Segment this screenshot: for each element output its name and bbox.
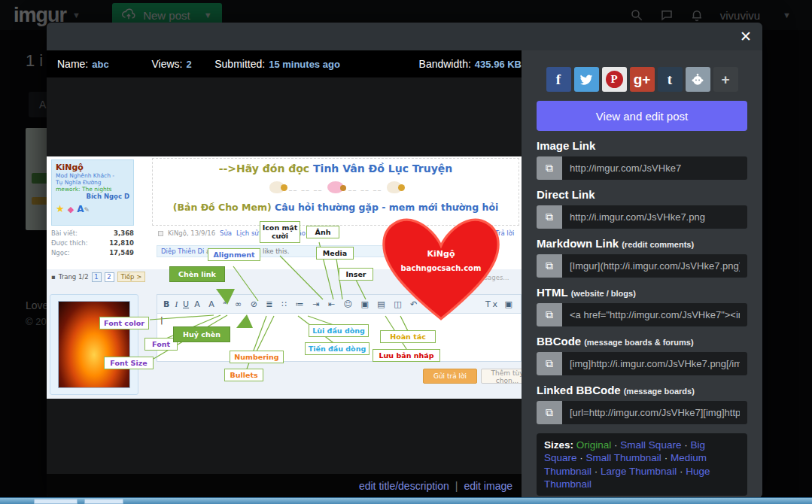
copy-icon[interactable]: ⧉ bbox=[537, 254, 562, 278]
bandwidth-stat: Bandwidth:435.96 KB bbox=[419, 58, 522, 70]
copy-icon[interactable]: ⧉ bbox=[537, 401, 562, 424]
bird-emoticon bbox=[387, 181, 402, 193]
annotation-numbering: Numbering bbox=[230, 351, 284, 363]
page-indicator: Trang 1/2 bbox=[59, 273, 89, 281]
page: imgur ▼ New post ▼ vivuvivu ▼ 1 i A Love… bbox=[0, 0, 812, 504]
checkbox-icon bbox=[158, 231, 163, 236]
edit-image-link[interactable]: edit image bbox=[464, 480, 512, 492]
size-small-thumbnail-link[interactable]: Small Thumbnail bbox=[586, 452, 661, 463]
heart-text-2: bachngocsach.com bbox=[380, 264, 502, 272]
submitted-stat: Submitted:15 minutes ago bbox=[214, 58, 340, 70]
next-page-button: Tiếp > bbox=[117, 272, 146, 282]
forum-submit-reply-button: Gửi trả lời bbox=[423, 369, 477, 384]
forum-user-role2: Tụ Nghĩa Đường bbox=[56, 179, 129, 186]
forum-user-role: Mod Nghênh Khách - bbox=[56, 172, 129, 179]
heart-text-1: KiNgộ bbox=[380, 249, 502, 259]
name-value: abc bbox=[92, 59, 108, 70]
facebook-share-icon[interactable]: f bbox=[546, 67, 571, 92]
pencil-icon: ✎ bbox=[84, 206, 90, 214]
linked-bbcode-input[interactable] bbox=[562, 401, 747, 424]
more-share-icon[interactable]: + bbox=[713, 67, 738, 92]
forum-user-network: mework: The nights bbox=[56, 186, 129, 193]
copy-icon[interactable]: ⧉ bbox=[537, 303, 562, 326]
post-author-date: KiNgộ, 13/9/16 bbox=[168, 229, 215, 237]
pinterest-share-icon[interactable]: P bbox=[602, 67, 627, 92]
image-link-input[interactable] bbox=[562, 156, 747, 180]
phoenix-image bbox=[58, 301, 130, 388]
pig-emoticon bbox=[327, 181, 344, 193]
star-icon: ★ bbox=[56, 203, 65, 214]
annotation-undo: Hoàn tác bbox=[380, 330, 436, 343]
google-plus-share-icon[interactable]: g+ bbox=[630, 67, 655, 92]
image-viewport: KiNgộ Mod Nghênh Khách - Tụ Nghĩa Đường … bbox=[47, 77, 522, 474]
post-title-prefix: -->Hãy đón đọc bbox=[219, 162, 310, 175]
size-large-thumbnail-link[interactable]: Large Thumbnail bbox=[601, 466, 677, 477]
tumblr-share-icon[interactable]: t bbox=[658, 67, 683, 92]
reddit-alien-icon bbox=[690, 72, 705, 87]
annotation-remove-link: Huỷ chèn bbox=[173, 326, 230, 342]
edit-link: Sửa bbox=[220, 229, 232, 237]
direct-link-label: Direct Link bbox=[537, 188, 747, 201]
emoticons-row: __ __ __ __ __ __ bbox=[153, 178, 519, 197]
view-and-edit-post-button[interactable]: View and edit post bbox=[537, 101, 747, 131]
name-stat: Name:abc bbox=[57, 58, 109, 70]
submitted-value: 15 minutes ago bbox=[269, 59, 340, 70]
annotation-indent: Tiến đầu dòng bbox=[305, 342, 370, 355]
heart-watermark: KiNgộ bachngocsach.com bbox=[380, 213, 502, 327]
windows-taskbar bbox=[0, 497, 812, 504]
close-icon[interactable]: ✕ bbox=[740, 29, 752, 44]
gem-icon: ◆ bbox=[68, 205, 74, 214]
annotation-icon-smiley: Icon mặt cười bbox=[260, 221, 300, 243]
markdown-link-label: Markdown Link(reddit comments) bbox=[537, 237, 747, 250]
dotted-line: __ __ __ bbox=[348, 184, 382, 191]
pinterest-p-icon: P bbox=[606, 71, 623, 88]
pagination-row: ▪ Trang 1/2 1 2 Tiếp > bbox=[51, 272, 145, 282]
bbcode-input[interactable] bbox=[562, 352, 747, 375]
forum-user-panel: KiNgộ Mod Nghênh Khách - Tụ Nghĩa Đường … bbox=[51, 159, 134, 226]
post-title-main: Tinh Vân Đồ Lục Truyện bbox=[309, 162, 452, 175]
taskbar-button[interactable] bbox=[34, 499, 78, 504]
dotted-line: __ __ __ bbox=[289, 184, 323, 191]
edit-title-description-link[interactable]: edit title/description bbox=[359, 480, 449, 492]
letter-a-icon: A bbox=[77, 204, 84, 214]
bandwidth-value: 435.96 KB bbox=[475, 59, 522, 70]
size-original-link[interactable]: Original bbox=[576, 439, 612, 451]
social-share-row: f P g+ t + bbox=[537, 67, 747, 92]
uploaded-image-preview: KiNgộ Mod Nghênh Khách - Tụ Nghĩa Đường … bbox=[47, 156, 522, 399]
bird-emoticon bbox=[269, 181, 284, 193]
reddit-share-icon[interactable] bbox=[686, 67, 710, 92]
views-stat: Views:2 bbox=[152, 58, 192, 70]
phoenix-avatar-frame bbox=[50, 294, 138, 395]
page-1-button: 1 bbox=[92, 272, 102, 282]
post-subtitle-main: Câu hỏi thường gặp - mem mới thường hỏi bbox=[272, 202, 499, 213]
footer-separator: | bbox=[455, 480, 458, 492]
image-link-label: Image Link bbox=[537, 139, 747, 152]
annotation-media: Media bbox=[316, 247, 354, 260]
page-2-button: 2 bbox=[105, 272, 114, 282]
annotation-save-draft: Lưu bản nháp bbox=[373, 349, 440, 362]
html-label: HTML(website / blogs) bbox=[537, 286, 747, 299]
linked-bbcode-label: Linked BBCode(message boards) bbox=[537, 384, 747, 396]
annotation-image: Ảnh bbox=[306, 226, 339, 238]
annotation-bullets: Bullets bbox=[224, 369, 263, 381]
copy-icon[interactable]: ⧉ bbox=[537, 352, 562, 375]
twitter-share-icon[interactable] bbox=[574, 67, 599, 92]
annotation-insert: Inser bbox=[339, 268, 373, 281]
image-panel: Name:abc Views:2 Submitted:15 minutes ag… bbox=[47, 50, 522, 498]
bbcode-label: BBCode(message boards & forums) bbox=[537, 335, 747, 348]
html-embed-input[interactable] bbox=[562, 303, 747, 326]
size-small-square-link[interactable]: Small Square bbox=[620, 439, 681, 451]
taskbar-button[interactable] bbox=[84, 499, 123, 504]
direct-link-input[interactable] bbox=[562, 205, 747, 229]
post-subtitle-prefix: (Bản Đồ Cho Mem) bbox=[173, 202, 272, 213]
annotation-font-size: Font Size bbox=[104, 357, 154, 369]
forum-user-name2: Bích Ngọc D bbox=[56, 193, 129, 200]
sizes-box: Sizes: Original · Small Square · Big Squ… bbox=[537, 433, 747, 496]
forum-user-stats: Bài viết:3,368 Được thích:12,810 Ngọc:17… bbox=[51, 229, 134, 259]
modal-header: ✕ bbox=[47, 23, 762, 50]
annotation-alignment: Alignment bbox=[208, 248, 260, 261]
markdown-link-input[interactable] bbox=[562, 254, 747, 278]
copy-icon[interactable]: ⧉ bbox=[537, 156, 562, 180]
annotation-outdent: Lùi đầu dòng bbox=[309, 324, 369, 337]
copy-icon[interactable]: ⧉ bbox=[537, 205, 562, 229]
